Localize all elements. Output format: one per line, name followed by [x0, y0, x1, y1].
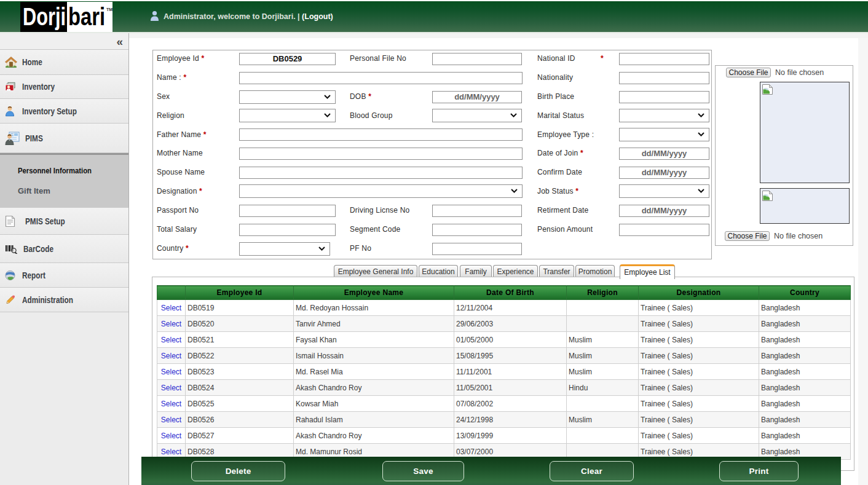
svg-text:TM: TM: [106, 7, 112, 12]
svg-text:Dorji: Dorji: [23, 3, 66, 30]
svg-text:bari: bari: [68, 3, 105, 30]
